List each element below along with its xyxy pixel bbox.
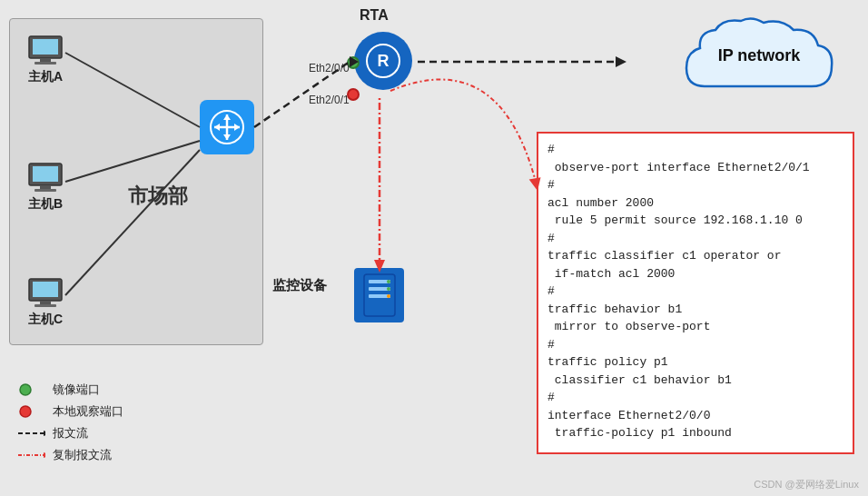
code-line-8: # bbox=[547, 283, 843, 301]
main-diagram: 市场部 主机A 主机B 主机C bbox=[0, 0, 868, 496]
code-line-5: # bbox=[547, 230, 843, 248]
code-line-9: traffic behavior b1 bbox=[547, 301, 843, 319]
code-line-7: if-match acl 2000 bbox=[547, 265, 843, 283]
svg-marker-15 bbox=[234, 124, 240, 131]
legend-mirror-text: 镜像端口 bbox=[53, 382, 100, 398]
svg-marker-34 bbox=[44, 452, 45, 458]
svg-marker-18 bbox=[223, 134, 231, 140]
code-line-10: mirror to observe-port bbox=[547, 318, 843, 336]
host-c-label: 主机C bbox=[28, 312, 63, 328]
legend-observe: 本地观察端口 bbox=[18, 403, 123, 420]
code-line-1: observe-port interface Ethernet2/0/1 bbox=[547, 159, 843, 177]
svg-point-29 bbox=[20, 384, 31, 395]
computer-icon-a bbox=[25, 35, 65, 67]
legend-mirror-icon bbox=[18, 382, 45, 397]
code-line-2: # bbox=[547, 176, 843, 194]
eth-label-1: Eth2/0/1 bbox=[309, 94, 350, 106]
rta-label: RTA bbox=[360, 7, 389, 24]
svg-rect-5 bbox=[33, 166, 58, 182]
eth-label-0: Eth2/0/0 bbox=[309, 62, 350, 74]
code-line-4: rule 5 permit source 192.168.1.10 0 bbox=[547, 212, 843, 230]
svg-marker-41 bbox=[616, 56, 626, 67]
svg-rect-7 bbox=[35, 189, 56, 192]
svg-rect-9 bbox=[33, 282, 58, 297]
watermark: CSDN @爱网络爱Linux bbox=[754, 478, 859, 491]
legend-observe-text: 本地观察端口 bbox=[53, 403, 123, 420]
svg-rect-2 bbox=[40, 58, 51, 62]
svg-rect-3 bbox=[35, 62, 56, 64]
svg-marker-32 bbox=[44, 431, 45, 436]
host-b-label: 主机B bbox=[28, 196, 63, 213]
router-svg: R bbox=[363, 41, 403, 81]
monitor-label: 监控设备 bbox=[272, 277, 327, 294]
ip-cloud: IP network bbox=[668, 9, 850, 118]
legend-packet-flow: 报文流 bbox=[18, 425, 123, 441]
svg-rect-10 bbox=[40, 301, 51, 304]
switch-svg bbox=[207, 107, 247, 147]
svg-point-27 bbox=[387, 287, 390, 291]
svg-text:IP network: IP network bbox=[718, 46, 802, 64]
svg-text:R: R bbox=[378, 52, 390, 70]
svg-point-26 bbox=[387, 280, 390, 283]
computer-icon-b bbox=[25, 162, 65, 194]
code-line-12: traffic policy p1 bbox=[547, 353, 843, 372]
switch-icon bbox=[200, 100, 254, 154]
code-line-11: # bbox=[547, 336, 843, 354]
code-line-14: # bbox=[547, 389, 843, 407]
legend-copy-flow: 复制报文流 bbox=[18, 447, 123, 463]
svg-point-30 bbox=[20, 406, 31, 417]
svg-marker-16 bbox=[214, 124, 220, 131]
market-dept-label: 市场部 bbox=[128, 183, 188, 210]
svg-rect-1 bbox=[33, 39, 58, 55]
legend-observe-icon bbox=[18, 404, 45, 419]
cloud-svg: IP network bbox=[668, 14, 850, 114]
legend-copy-icon bbox=[18, 448, 45, 462]
code-line-3: acl number 2000 bbox=[547, 194, 843, 213]
legend-packet-icon bbox=[18, 426, 45, 441]
svg-point-28 bbox=[387, 294, 390, 298]
legend-copy-text: 复制报文流 bbox=[53, 447, 112, 463]
svg-rect-11 bbox=[35, 304, 56, 307]
legend-packet-text: 报文流 bbox=[53, 425, 88, 441]
code-line-6: traffic classifier c1 operator or bbox=[547, 247, 843, 265]
rta-router: R bbox=[354, 32, 412, 90]
host-b: 主机B bbox=[25, 162, 65, 213]
code-box: # observe-port interface Ethernet2/0/1 #… bbox=[537, 132, 854, 454]
legend-mirror: 镜像端口 bbox=[18, 382, 123, 398]
code-line-16: traffic-policy p1 inbound bbox=[547, 424, 843, 442]
host-a-label: 主机A bbox=[28, 69, 63, 85]
host-c: 主机C bbox=[25, 277, 65, 328]
legend: 镜像端口 本地观察端口 报文流 bbox=[18, 382, 123, 469]
computer-icon-c bbox=[25, 277, 65, 310]
code-line-15: interface Ethernet2/0/0 bbox=[547, 407, 843, 425]
monitor-device-icon bbox=[354, 268, 404, 322]
svg-rect-6 bbox=[40, 185, 51, 189]
svg-marker-17 bbox=[223, 114, 231, 120]
server-svg bbox=[361, 273, 398, 318]
host-a: 主机A bbox=[25, 35, 65, 85]
code-line-0: # bbox=[547, 141, 843, 159]
code-line-13: classifier c1 behavior b1 bbox=[547, 372, 843, 390]
